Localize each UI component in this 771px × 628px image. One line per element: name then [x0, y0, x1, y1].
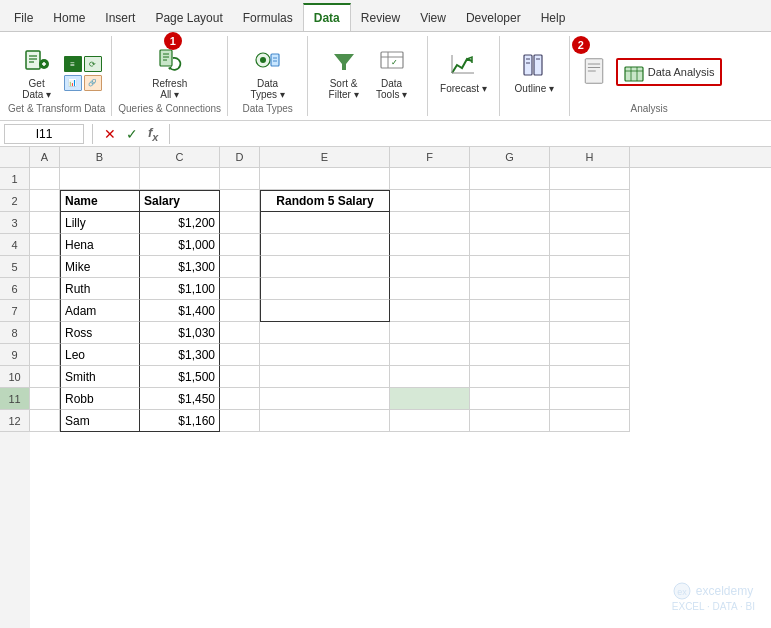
cell-f7[interactable] [390, 300, 470, 322]
cell-e8[interactable] [260, 322, 390, 344]
data-analysis-button[interactable]: Data Analysis [616, 58, 723, 86]
tab-page-layout[interactable]: Page Layout [145, 5, 232, 31]
cell-e11[interactable] [260, 388, 390, 410]
cell-b1[interactable] [60, 168, 140, 190]
cell-h2[interactable] [550, 190, 630, 212]
tab-home[interactable]: Home [43, 5, 95, 31]
forecast-button[interactable]: Forecast ▾ [434, 46, 493, 97]
row-header-1[interactable]: 1 [0, 168, 30, 190]
cell-f12[interactable] [390, 410, 470, 432]
col-header-g[interactable]: G [470, 147, 550, 167]
row-header-9[interactable]: 9 [0, 344, 30, 366]
cell-d8[interactable] [220, 322, 260, 344]
name-box[interactable] [4, 124, 84, 144]
col-header-c[interactable]: C [140, 147, 220, 167]
cell-b4[interactable]: Hena [60, 234, 140, 256]
tab-review[interactable]: Review [351, 5, 410, 31]
formula-input[interactable] [178, 125, 767, 143]
cell-h5[interactable] [550, 256, 630, 278]
cell-h12[interactable] [550, 410, 630, 432]
cell-c3[interactable]: $1,200 [140, 212, 220, 234]
cell-a1[interactable] [30, 168, 60, 190]
cell-a7[interactable] [30, 300, 60, 322]
row-header-5[interactable]: 5 [0, 256, 30, 278]
cell-c2[interactable]: Salary [140, 190, 220, 212]
cell-d12[interactable] [220, 410, 260, 432]
cell-c1[interactable] [140, 168, 220, 190]
cell-e12[interactable] [260, 410, 390, 432]
col-header-d[interactable]: D [220, 147, 260, 167]
col-header-b[interactable]: B [60, 147, 140, 167]
cell-g5[interactable] [470, 256, 550, 278]
cell-f9[interactable] [390, 344, 470, 366]
cell-h7[interactable] [550, 300, 630, 322]
data-tools-button[interactable]: ✓ DataTools ▾ [370, 41, 414, 103]
cell-c8[interactable]: $1,030 [140, 322, 220, 344]
cell-a11[interactable] [30, 388, 60, 410]
cell-b12[interactable]: Sam [60, 410, 140, 432]
cell-d10[interactable] [220, 366, 260, 388]
cancel-formula-icon[interactable]: ✕ [101, 126, 119, 142]
cell-d1[interactable] [220, 168, 260, 190]
sort-filter-button[interactable]: Sort &Filter ▾ [322, 41, 366, 103]
cell-e4[interactable] [260, 234, 390, 256]
cell-e6[interactable] [260, 278, 390, 300]
row-header-10[interactable]: 10 [0, 366, 30, 388]
col-header-h[interactable]: H [550, 147, 630, 167]
cell-h1[interactable] [550, 168, 630, 190]
tab-developer[interactable]: Developer [456, 5, 531, 31]
tab-insert[interactable]: Insert [95, 5, 145, 31]
col-header-f[interactable]: F [390, 147, 470, 167]
row-header-6[interactable]: 6 [0, 278, 30, 300]
cell-f2[interactable] [390, 190, 470, 212]
cell-a6[interactable] [30, 278, 60, 300]
cell-b3[interactable]: Lilly [60, 212, 140, 234]
get-data-button[interactable]: GetData ▾ [12, 41, 62, 103]
cell-d4[interactable] [220, 234, 260, 256]
data-types-button[interactable]: DataTypes ▾ [244, 41, 290, 103]
tab-data[interactable]: Data [303, 3, 351, 31]
cell-c9[interactable]: $1,300 [140, 344, 220, 366]
cell-f8[interactable] [390, 322, 470, 344]
row-header-4[interactable]: 4 [0, 234, 30, 256]
col-header-e[interactable]: E [260, 147, 390, 167]
cell-c10[interactable]: $1,500 [140, 366, 220, 388]
cell-h11[interactable] [550, 388, 630, 410]
row-header-11[interactable]: 11 [0, 388, 30, 410]
row-header-8[interactable]: 8 [0, 322, 30, 344]
cell-f4[interactable] [390, 234, 470, 256]
cell-c4[interactable]: $1,000 [140, 234, 220, 256]
cell-f3[interactable] [390, 212, 470, 234]
cell-b7[interactable]: Adam [60, 300, 140, 322]
cell-d2[interactable] [220, 190, 260, 212]
cell-b11[interactable]: Robb [60, 388, 140, 410]
cell-d7[interactable] [220, 300, 260, 322]
cell-e9[interactable] [260, 344, 390, 366]
cell-c6[interactable]: $1,100 [140, 278, 220, 300]
cell-g4[interactable] [470, 234, 550, 256]
cell-g11[interactable] [470, 388, 550, 410]
cell-f1[interactable] [390, 168, 470, 190]
cell-e5[interactable] [260, 256, 390, 278]
refresh-all-button[interactable]: RefreshAll ▾ [140, 41, 200, 103]
cell-g1[interactable] [470, 168, 550, 190]
cell-g6[interactable] [470, 278, 550, 300]
cell-a5[interactable] [30, 256, 60, 278]
cell-d11[interactable] [220, 388, 260, 410]
cell-h4[interactable] [550, 234, 630, 256]
cell-g10[interactable] [470, 366, 550, 388]
outline-button[interactable]: Outline ▾ [509, 46, 560, 97]
cell-a10[interactable] [30, 366, 60, 388]
cell-b8[interactable]: Ross [60, 322, 140, 344]
cell-e2-header[interactable]: Random 5 Salary [260, 190, 390, 212]
cell-c5[interactable]: $1,300 [140, 256, 220, 278]
cell-c12[interactable]: $1,160 [140, 410, 220, 432]
cell-a12[interactable] [30, 410, 60, 432]
cell-h9[interactable] [550, 344, 630, 366]
row-header-3[interactable]: 3 [0, 212, 30, 234]
cell-g7[interactable] [470, 300, 550, 322]
cell-h6[interactable] [550, 278, 630, 300]
insert-function-icon[interactable]: fx [145, 125, 161, 143]
cell-d5[interactable] [220, 256, 260, 278]
cell-a9[interactable] [30, 344, 60, 366]
